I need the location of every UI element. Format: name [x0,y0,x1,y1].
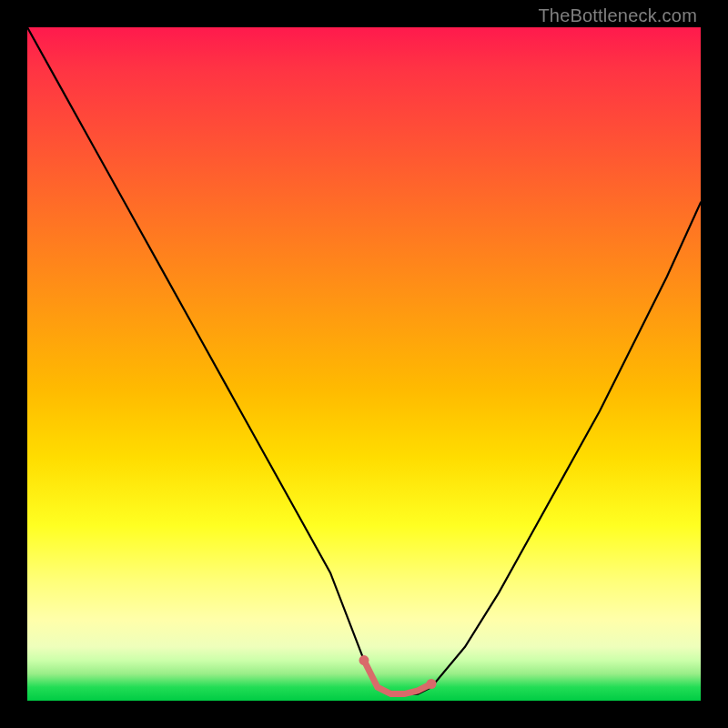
chart-container: TheBottleneck.com [0,0,728,728]
valley-endpoint-dot [427,679,437,689]
valley-highlight-path [364,661,431,694]
valley-endpoint-dot [359,655,369,665]
bottleneck-curve-path [27,27,701,694]
plot-area [27,27,701,701]
watermark-text: TheBottleneck.com [538,5,697,26]
curve-svg [27,27,701,701]
